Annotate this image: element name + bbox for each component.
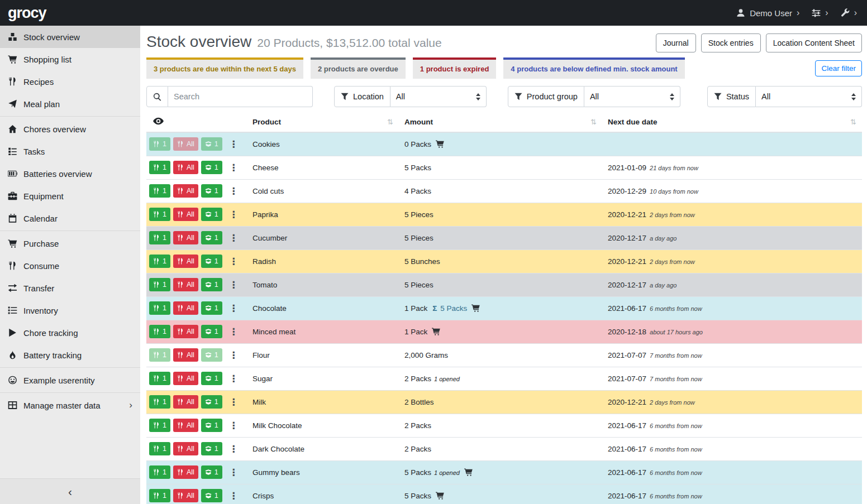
journal-button[interactable]: Journal bbox=[656, 33, 696, 52]
sidebar-item-purchase[interactable]: Purchase bbox=[0, 232, 140, 255]
consume-all-button[interactable]: All bbox=[173, 208, 198, 221]
row-menu-button[interactable]: ⋮ bbox=[229, 491, 239, 501]
sidebar-collapse-button[interactable]: ‹ bbox=[0, 478, 140, 504]
row-menu-button[interactable]: ⋮ bbox=[229, 468, 239, 477]
sidebar-item-batteries-overview[interactable]: Batteries overview bbox=[0, 162, 140, 185]
product-group-select[interactable]: All bbox=[584, 86, 680, 107]
sidebar-item-recipes[interactable]: Recipes bbox=[0, 70, 140, 93]
column-header-amount[interactable]: Amount ⇅ bbox=[399, 113, 602, 132]
product-name[interactable]: Tomato bbox=[253, 281, 277, 289]
consume-one-button[interactable]: 1 bbox=[149, 489, 170, 502]
stock-entries-button[interactable]: Stock entries bbox=[701, 33, 761, 52]
sidebar-item-example-userentity[interactable]: Example userentity bbox=[0, 369, 140, 391]
admin-menu[interactable]: › bbox=[841, 8, 857, 17]
status-banner[interactable]: 1 product is expired bbox=[413, 57, 497, 79]
open-one-button[interactable]: 1 bbox=[201, 395, 222, 409]
sidebar-item-consume[interactable]: Consume bbox=[0, 255, 140, 277]
clear-filter-button[interactable]: Clear filter bbox=[815, 60, 862, 76]
product-name[interactable]: Flour bbox=[253, 351, 270, 359]
row-menu-button[interactable]: ⋮ bbox=[229, 140, 239, 149]
consume-one-button[interactable]: 1 bbox=[149, 161, 170, 174]
row-menu-button[interactable]: ⋮ bbox=[229, 280, 239, 290]
consume-all-button[interactable]: All bbox=[173, 325, 198, 338]
consume-all-button[interactable]: All bbox=[173, 489, 198, 502]
sidebar-item-battery-tracking[interactable]: Battery tracking bbox=[0, 344, 140, 366]
consume-all-button[interactable]: All bbox=[173, 465, 198, 479]
product-name[interactable]: Cheese bbox=[253, 164, 279, 172]
product-name[interactable]: Paprika bbox=[253, 210, 278, 219]
product-name[interactable]: Gummy bears bbox=[253, 468, 300, 477]
open-one-button[interactable]: 1 bbox=[201, 419, 222, 432]
consume-all-button[interactable]: All bbox=[173, 395, 198, 409]
search-input[interactable] bbox=[168, 86, 313, 107]
row-menu-button[interactable]: ⋮ bbox=[229, 304, 239, 313]
column-header-next-due-date[interactable]: Next due date ⇅ bbox=[602, 113, 862, 132]
sidebar-item-stock-overview[interactable]: Stock overview bbox=[0, 26, 140, 48]
sort-icon[interactable]: ⇅ bbox=[590, 118, 597, 126]
product-name[interactable]: Radish bbox=[253, 257, 276, 266]
consume-one-button[interactable]: 1 bbox=[149, 278, 170, 291]
row-menu-button[interactable]: ⋮ bbox=[229, 257, 239, 266]
row-menu-button[interactable]: ⋮ bbox=[229, 351, 239, 360]
consume-one-button[interactable]: 1 bbox=[149, 184, 170, 198]
product-name[interactable]: Milk Chocolate bbox=[253, 421, 302, 430]
sort-icon[interactable]: ⇅ bbox=[387, 118, 393, 126]
consume-all-button[interactable]: All bbox=[173, 184, 198, 198]
consume-all-button[interactable]: All bbox=[173, 231, 198, 244]
row-menu-button[interactable]: ⋮ bbox=[229, 233, 239, 243]
consume-one-button[interactable]: 1 bbox=[149, 465, 170, 479]
consume-all-button[interactable]: All bbox=[173, 372, 198, 385]
consume-all-button[interactable]: All bbox=[173, 419, 198, 432]
open-one-button[interactable]: 1 bbox=[201, 465, 222, 479]
row-menu-button[interactable]: ⋮ bbox=[229, 444, 239, 454]
product-name[interactable]: Milk bbox=[253, 398, 266, 406]
consume-one-button[interactable]: 1 bbox=[149, 372, 170, 385]
product-name[interactable]: Cold cuts bbox=[253, 187, 284, 195]
sidebar-item-transfer[interactable]: Transfer bbox=[0, 277, 140, 299]
row-menu-button[interactable]: ⋮ bbox=[229, 186, 239, 196]
open-one-button[interactable]: 1 bbox=[201, 184, 222, 198]
open-one-button[interactable]: 1 bbox=[201, 255, 222, 268]
status-banner[interactable]: 4 products are below defined min. stock … bbox=[503, 57, 684, 79]
consume-one-button[interactable]: 1 bbox=[149, 348, 170, 362]
user-menu[interactable]: Demo User › bbox=[736, 8, 799, 18]
open-one-button[interactable]: 1 bbox=[201, 372, 222, 385]
sort-icon[interactable]: ⇅ bbox=[850, 118, 856, 126]
consume-one-button[interactable]: 1 bbox=[149, 137, 170, 151]
product-name[interactable]: Minced meat bbox=[253, 328, 296, 336]
open-one-button[interactable]: 1 bbox=[201, 137, 222, 151]
row-menu-button[interactable]: ⋮ bbox=[229, 327, 239, 337]
open-one-button[interactable]: 1 bbox=[201, 278, 222, 291]
open-one-button[interactable]: 1 bbox=[201, 208, 222, 221]
sidebar-item-calendar[interactable]: Calendar bbox=[0, 207, 140, 229]
status-select[interactable]: All bbox=[756, 86, 862, 107]
open-one-button[interactable]: 1 bbox=[201, 325, 222, 338]
open-one-button[interactable]: 1 bbox=[201, 301, 222, 315]
status-banner[interactable]: 3 products are due within the next 5 day… bbox=[146, 57, 303, 79]
row-menu-button[interactable]: ⋮ bbox=[229, 421, 239, 430]
row-menu-button[interactable]: ⋮ bbox=[229, 397, 239, 407]
sidebar-item-manage-master-data[interactable]: Manage master data› bbox=[0, 394, 140, 416]
row-menu-button[interactable]: ⋮ bbox=[229, 374, 239, 383]
location-select[interactable]: All bbox=[390, 86, 487, 107]
consume-one-button[interactable]: 1 bbox=[149, 301, 170, 315]
open-one-button[interactable]: 1 bbox=[201, 231, 222, 244]
product-name[interactable]: Cookies bbox=[253, 140, 280, 148]
status-banner[interactable]: 2 products are overdue bbox=[311, 57, 406, 79]
product-name[interactable]: Crisps bbox=[253, 492, 274, 500]
column-header-product[interactable]: Product ⇅ bbox=[247, 113, 399, 132]
product-name[interactable]: Chocolate bbox=[253, 304, 287, 313]
consume-one-button[interactable]: 1 bbox=[149, 395, 170, 409]
consume-one-button[interactable]: 1 bbox=[149, 231, 170, 244]
product-name[interactable]: Sugar bbox=[253, 375, 273, 383]
consume-one-button[interactable]: 1 bbox=[149, 325, 170, 338]
location-content-sheet-button[interactable]: Location Content Sheet bbox=[766, 33, 862, 52]
consume-one-button[interactable]: 1 bbox=[149, 255, 170, 268]
eye-icon[interactable] bbox=[153, 117, 164, 125]
open-one-button[interactable]: 1 bbox=[201, 161, 222, 174]
consume-all-button[interactable]: All bbox=[173, 442, 198, 455]
app-logo[interactable]: grocy bbox=[8, 4, 46, 22]
consume-all-button[interactable]: All bbox=[173, 348, 198, 362]
consume-one-button[interactable]: 1 bbox=[149, 208, 170, 221]
consume-all-button[interactable]: All bbox=[173, 278, 198, 291]
